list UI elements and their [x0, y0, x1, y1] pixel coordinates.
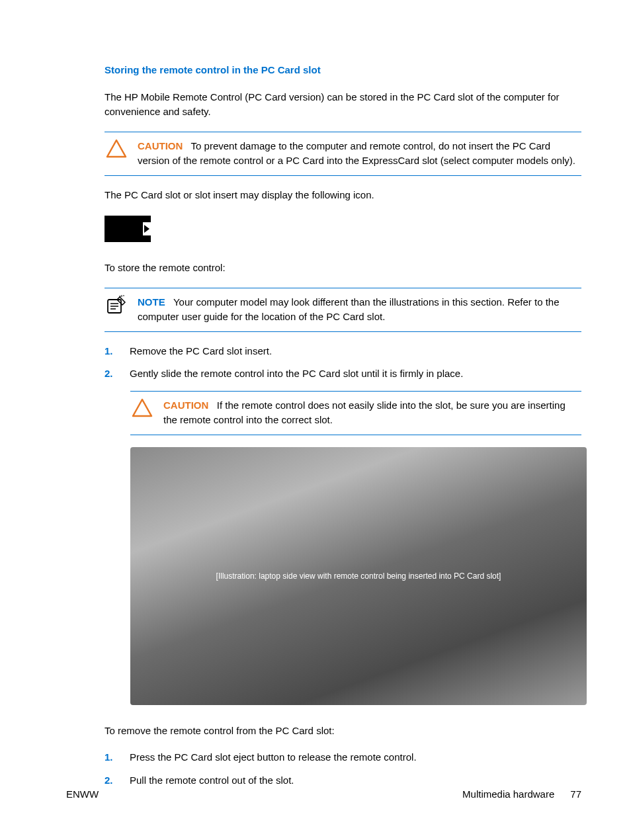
caution-label: CAUTION: [163, 399, 208, 411]
section-heading: Storing the remote control in the PC Car…: [105, 63, 581, 78]
step-text: Remove the PC Card slot insert.: [130, 344, 272, 359]
caution-body-1: To prevent damage to the computer and re…: [138, 140, 575, 167]
step-number: 2.: [105, 773, 116, 788]
laptop-illustration: [Illustration: laptop side view with rem…: [130, 447, 587, 705]
page-footer: ENWW Multimedia hardware 77: [66, 787, 581, 802]
caution-callout-1: CAUTION To prevent damage to the compute…: [105, 132, 581, 176]
footer-left: ENWW: [66, 787, 99, 802]
caution-text-1: CAUTION To prevent damage to the compute…: [138, 139, 581, 169]
remove-step-1: 1. Press the PC Card slot eject button t…: [105, 750, 581, 765]
caution-icon: [105, 139, 128, 159]
note-body-1: Your computer model may look different t…: [138, 296, 560, 323]
step-number: 1.: [105, 750, 116, 765]
footer-page-number: 77: [570, 787, 581, 802]
remove-step-2: 2. Pull the remote control out of the sl…: [105, 773, 581, 788]
step-number: 2.: [105, 366, 116, 382]
store-step-2: 2. Gently slide the remote control into …: [105, 366, 581, 382]
caution-label: CAUTION: [138, 140, 183, 151]
intro-paragraph: The HP Mobile Remote Control (PC Card ve…: [105, 90, 581, 120]
pc-card-slot-icon: [105, 216, 151, 242]
note-text-1: NOTE Your computer model may look differ…: [138, 295, 581, 325]
note-label: NOTE: [138, 296, 165, 308]
footer-section: Multimedia hardware: [462, 787, 554, 802]
step-number: 1.: [105, 344, 116, 359]
illustration-alt: [Illustration: laptop side view with rem…: [216, 570, 501, 582]
caution-body-2: If the remote control does not easily sl…: [163, 399, 566, 426]
caution-text-2: CAUTION If the remote control does not e…: [163, 398, 581, 428]
store-steps: 1. Remove the PC Card slot insert. 2. Ge…: [105, 344, 581, 382]
remove-line: To remove the remote control from the PC…: [105, 724, 581, 739]
step-text: Press the PC Card slot eject button to r…: [130, 750, 417, 765]
store-step-1: 1. Remove the PC Card slot insert.: [105, 344, 581, 359]
caution-icon: [130, 398, 154, 418]
step-text: Gently slide the remote control into the…: [130, 366, 463, 382]
step-text: Pull the remote control out of the slot.: [130, 773, 294, 788]
store-line: To store the remote control:: [105, 261, 581, 276]
note-callout-1: NOTE Your computer model may look differ…: [105, 288, 581, 332]
caution-callout-2: CAUTION If the remote control does not e…: [130, 391, 581, 435]
note-icon: [105, 295, 128, 315]
remove-steps: 1. Press the PC Card slot eject button t…: [105, 750, 581, 788]
icon-line: The PC Card slot or slot insert may disp…: [105, 188, 581, 203]
